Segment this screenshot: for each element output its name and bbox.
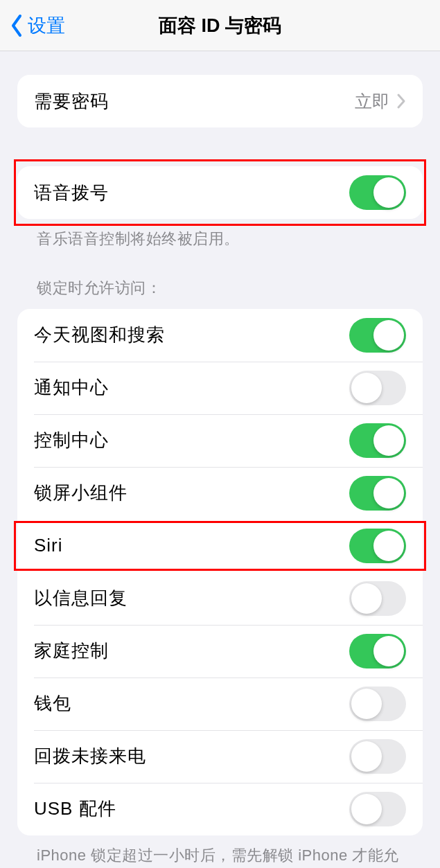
locked-access-row: 回拨未接来电	[17, 730, 423, 783]
locked-access-item-label: USB 配件	[34, 797, 116, 821]
chevron-left-icon	[10, 14, 24, 37]
locked-access-toggle[interactable]	[349, 371, 406, 405]
locked-access-row: USB 配件	[17, 783, 423, 835]
require-passcode-row[interactable]: 需要密码 立即	[17, 75, 423, 127]
locked-access-group: 今天视图和搜索通知中心控制中心锁屏小组件Siri以信息回复家庭控制钱包回拨未接来…	[17, 309, 423, 835]
locked-access-row: Siri	[17, 520, 423, 572]
require-passcode-group: 需要密码 立即	[17, 75, 423, 127]
locked-access-row: 锁屏小组件	[17, 467, 423, 520]
locked-access-header: 锁定时允许访问：	[17, 257, 423, 309]
locked-access-toggle[interactable]	[349, 687, 406, 721]
locked-access-toggle[interactable]	[349, 581, 406, 616]
voice-dial-group: 语音拨号	[17, 166, 423, 219]
voice-dial-label: 语音拨号	[34, 181, 109, 205]
content: 需要密码 立即 语音拨号 音乐语音控制将始终被启用。 锁定时允许访问： 今天视图…	[0, 51, 440, 868]
locked-access-toggle[interactable]	[349, 529, 406, 563]
locked-access-item-label: 控制中心	[34, 428, 109, 452]
back-button[interactable]: 设置	[10, 13, 65, 38]
voice-dial-toggle[interactable]	[349, 175, 406, 210]
locked-access-toggle[interactable]	[349, 318, 406, 353]
require-passcode-label: 需要密码	[34, 89, 109, 114]
locked-access-row: 控制中心	[17, 414, 423, 467]
locked-access-item-label: 通知中心	[34, 375, 109, 400]
locked-access-item-label: 以信息回复	[34, 586, 127, 610]
locked-access-item-label: 今天视图和搜索	[34, 323, 165, 347]
locked-access-row: 钱包	[17, 677, 423, 730]
locked-access-item-label: 家庭控制	[34, 639, 109, 663]
require-passcode-value: 立即	[355, 90, 389, 113]
chevron-right-icon	[396, 93, 406, 109]
locked-access-row: 家庭控制	[17, 625, 423, 677]
voice-dial-row: 语音拨号	[17, 166, 423, 219]
back-label: 设置	[28, 13, 65, 38]
locked-access-toggle[interactable]	[349, 792, 406, 826]
page-title: 面容 ID 与密码	[0, 13, 440, 38]
locked-access-row: 以信息回复	[17, 572, 423, 625]
locked-access-row: 通知中心	[17, 362, 423, 414]
locked-access-row: 今天视图和搜索	[17, 309, 423, 362]
locked-access-toggle[interactable]	[349, 739, 406, 774]
voice-dial-footer: 音乐语音控制将始终被启用。	[17, 219, 423, 257]
locked-access-item-label: 锁屏小组件	[34, 481, 127, 505]
locked-access-item-label: Siri	[34, 535, 63, 556]
locked-access-toggle[interactable]	[349, 634, 406, 668]
locked-access-item-label: 钱包	[34, 691, 71, 716]
locked-access-toggle[interactable]	[349, 423, 406, 458]
header-bar: 设置 面容 ID 与密码	[0, 0, 440, 51]
locked-access-toggle[interactable]	[349, 476, 406, 511]
locked-access-item-label: 回拨未接来电	[34, 744, 146, 768]
locked-access-footer: iPhone 锁定超过一小时后，需先解锁 iPhone 才能允许USB 配件连接…	[17, 835, 423, 868]
